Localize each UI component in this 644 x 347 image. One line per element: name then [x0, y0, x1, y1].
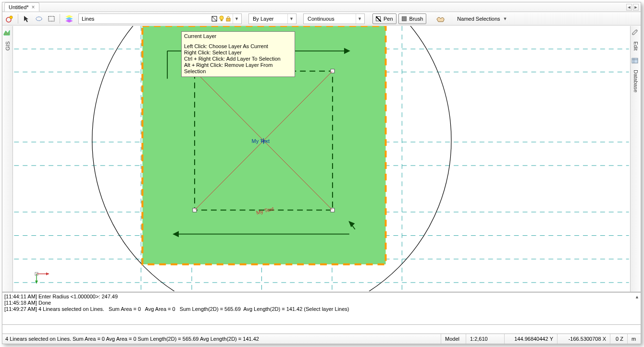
brush-color-swatch	[402, 16, 407, 21]
named-selections-dropdown[interactable]: Named Selections ▼	[455, 13, 509, 24]
app-window: Untitled* × ◄ ► Lines	[2, 2, 641, 344]
layer-stack-icon[interactable]	[63, 13, 75, 24]
document-tab[interactable]: Untitled* ×	[4, 2, 39, 12]
axis-widget	[33, 265, 52, 284]
command-input[interactable]	[2, 324, 641, 334]
layer-status-icons	[211, 15, 233, 22]
current-layer-dropdown[interactable]: Lines ▼	[78, 13, 242, 24]
command-log[interactable]: [11:44:11 AM] Enter Radius <1.000000>: 2…	[2, 292, 641, 323]
color-dropdown[interactable]: By Layer ▼	[248, 13, 297, 24]
svg-rect-6	[221, 20, 223, 21]
tab-next-icon[interactable]: ►	[633, 4, 639, 11]
pen-color-swatch	[376, 16, 381, 21]
status-units: m	[627, 334, 641, 344]
drawing-canvas[interactable]: My Text My Text	[13, 26, 630, 291]
chevron-down-icon[interactable]: ▼	[287, 14, 295, 24]
cmdlog-line: [11:45:18 AM] Done	[4, 300, 51, 306]
lightbulb-icon[interactable]	[219, 15, 224, 22]
center-text-label: My Text	[252, 138, 270, 144]
left-sidebar: GIS	[2, 26, 13, 292]
close-tab-icon[interactable]: ×	[32, 4, 35, 11]
tooltip-line: Alt + Right Click: Remove Layer From Sel…	[184, 62, 292, 75]
status-y: -166.5300708 X	[557, 334, 610, 344]
cmdlog-line: [11:44:11 AM] Enter Radius <1.000000>: 2…	[4, 294, 118, 299]
doc-tab-title: Untitled*	[9, 4, 29, 10]
right-sidebar: Edit Database	[630, 26, 641, 292]
color-swatch-icon	[211, 16, 217, 22]
ellipse-select-icon[interactable]	[34, 13, 44, 24]
status-model[interactable]: Model	[441, 334, 466, 344]
layer-name-label: Lines	[82, 16, 94, 22]
gis-sidebar-tab[interactable]: GIS	[5, 41, 11, 51]
svg-point-1	[10, 16, 12, 19]
gis-sidebar-icon[interactable]	[2, 28, 13, 39]
chevron-down-icon[interactable]: ▼	[356, 14, 363, 24]
tooltip-line: Ctrl + Right Click: Add Layer To Selecti…	[184, 56, 292, 62]
pen-button[interactable]: Pen	[372, 13, 396, 24]
cmdlog-line: [11:49:27 AM] 4 Linears selected on Line…	[4, 306, 349, 312]
database-sidebar-tab[interactable]: Database	[633, 70, 639, 92]
main-toolbar: Lines ▼ By Layer ▼ Continuous ▼ Pen	[2, 12, 641, 26]
tooltip-line: Right Click: Select Layer	[184, 50, 292, 56]
toolbar-separator	[18, 14, 18, 24]
svg-point-5	[220, 16, 223, 20]
brush-button[interactable]: Brush	[398, 13, 427, 24]
rect-select-icon[interactable]	[46, 13, 57, 24]
toolbar-separator	[60, 14, 60, 24]
document-tabbar: Untitled* × ◄ ►	[2, 2, 641, 12]
svg-point-2	[36, 17, 42, 21]
named-selections-label: Named Selections	[457, 16, 500, 22]
status-z: 0 Z	[610, 334, 627, 344]
svg-rect-7	[226, 18, 230, 21]
tooltip-line: Left Click: Choose Layer As Current	[184, 43, 292, 50]
svg-marker-44	[46, 272, 49, 275]
edit-sidebar-tab[interactable]: Edit	[633, 41, 639, 51]
pointer-tool-icon[interactable]	[21, 13, 32, 24]
lock-icon[interactable]	[226, 16, 231, 22]
pen-label: Pen	[384, 16, 393, 22]
database-sidebar-icon[interactable]	[631, 56, 641, 67]
chevron-down-icon[interactable]: ▼	[233, 14, 240, 24]
status-x: 144.96840442 Y	[504, 334, 557, 344]
svg-marker-46	[35, 281, 38, 283]
status-selection: 4 Linears selected on Lines. Sum Area = …	[2, 334, 441, 344]
status-bar: 4 Linears selected on Lines. Sum Area = …	[2, 334, 641, 344]
linetype-dropdown[interactable]: Continuous ▼	[303, 13, 365, 24]
svg-rect-8	[632, 58, 638, 63]
layer-tooltip: Current Layer Left Click: Choose Layer A…	[181, 31, 295, 77]
scroll-up-icon[interactable]: ▲	[635, 295, 639, 299]
tab-nav-arrows: ◄ ►	[626, 2, 639, 12]
svg-rect-3	[49, 16, 54, 21]
linetype-dropdown-label: Continuous	[308, 16, 334, 22]
status-scale[interactable]: 1:2,610	[466, 334, 504, 344]
hand-grab-icon[interactable]	[434, 13, 448, 24]
color-dropdown-label: By Layer	[253, 16, 273, 22]
chevron-down-icon[interactable]: ▼	[503, 16, 508, 21]
brush-label: Brush	[409, 16, 423, 22]
tab-prev-icon[interactable]: ◄	[626, 4, 632, 11]
canvas-svg: My Text My Text	[13, 26, 630, 291]
layer-control-icon[interactable]	[4, 13, 15, 24]
edit-sidebar-icon[interactable]	[631, 28, 641, 39]
tooltip-title: Current Layer	[184, 33, 292, 39]
